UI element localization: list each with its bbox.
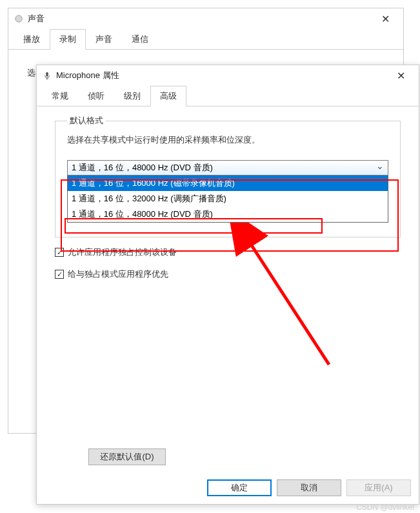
watermark: CSDN @dvlinker bbox=[356, 503, 415, 512]
cancel-button[interactable]: 取消 bbox=[277, 479, 341, 496]
tab-playback[interactable]: 播放 bbox=[14, 29, 50, 50]
advanced-content: 默认格式 选择在共享模式中运行时使用的采样频率和位深度。 1 通道，16 位，4… bbox=[37, 106, 419, 305]
ok-button[interactable]: 确定 bbox=[207, 479, 272, 496]
tab-advanced[interactable]: 高级 bbox=[150, 86, 186, 106]
mic-titlebar: Microphone 属性 ✕ bbox=[37, 65, 419, 86]
microphone-icon bbox=[42, 70, 52, 81]
speaker-icon bbox=[14, 14, 24, 24]
svg-rect-1 bbox=[46, 72, 48, 77]
svg-point-0 bbox=[15, 15, 23, 23]
dialog-buttons: 确定 取消 应用(A) bbox=[207, 479, 411, 496]
tab-sounds[interactable]: 声音 bbox=[86, 29, 122, 50]
exclusive-section: 独 ✓ 允许应用程序独占控制该设备 ✓ 给与独占模式应用程序优先 bbox=[55, 246, 401, 280]
format-dropdown: 1 通道，16 位，16000 Hz (磁带录像机音质) 1 通道，16 位，3… bbox=[67, 176, 388, 223]
sound-tabs: 播放 录制 声音 通信 bbox=[8, 29, 403, 50]
default-format-legend: 默认格式 bbox=[67, 115, 106, 126]
sound-title: 声音 bbox=[28, 13, 372, 25]
checkbox-icon: ✓ bbox=[55, 270, 64, 279]
tab-general[interactable]: 常规 bbox=[42, 86, 78, 106]
format-option-32000[interactable]: 1 通道，16 位，32000 Hz (调频广播音质) bbox=[68, 191, 388, 206]
tab-listen[interactable]: 侦听 bbox=[78, 86, 114, 106]
format-selected-value: 1 通道，16 位，48000 Hz (DVD 音质) bbox=[72, 163, 213, 172]
microphone-properties-window: Microphone 属性 ✕ 常规 侦听 级别 高级 默认格式 选择在共享模式… bbox=[36, 65, 419, 505]
close-icon[interactable]: ✕ bbox=[388, 66, 414, 85]
default-format-desc: 选择在共享模式中运行时使用的采样频率和位深度。 bbox=[67, 134, 388, 146]
checkbox-label-1: 允许应用程序独占控制该设备 bbox=[68, 246, 177, 258]
checkbox-allow-exclusive[interactable]: ✓ 允许应用程序独占控制该设备 bbox=[55, 246, 401, 258]
mic-tabs: 常规 侦听 级别 高级 bbox=[37, 86, 419, 106]
restore-row: 还原默认值(D) bbox=[88, 448, 166, 465]
mic-title: Microphone 属性 bbox=[56, 70, 388, 81]
format-option-16000[interactable]: 1 通道，16 位，16000 Hz (磁带录像机音质) bbox=[68, 176, 388, 191]
checkbox-exclusive-priority[interactable]: ✓ 给与独占模式应用程序优先 bbox=[55, 268, 401, 280]
format-option-48000[interactable]: 1 通道，16 位，48000 Hz (DVD 音质) bbox=[68, 206, 388, 222]
sound-titlebar: 声音 ✕ bbox=[8, 8, 403, 29]
tab-levels[interactable]: 级别 bbox=[114, 86, 150, 106]
tab-communications[interactable]: 通信 bbox=[122, 29, 158, 50]
tab-recording[interactable]: 录制 bbox=[50, 29, 86, 50]
format-select[interactable]: 1 通道，16 位，48000 Hz (DVD 音质) bbox=[67, 160, 388, 176]
checkbox-label-2: 给与独占模式应用程序优先 bbox=[68, 268, 168, 280]
restore-defaults-button[interactable]: 还原默认值(D) bbox=[88, 448, 166, 465]
apply-button: 应用(A) bbox=[346, 479, 411, 496]
close-icon[interactable]: ✕ bbox=[372, 9, 398, 28]
select-label-fragment: 选 bbox=[27, 67, 35, 79]
checkbox-icon: ✓ bbox=[55, 248, 64, 257]
default-format-fieldset: 默认格式 选择在共享模式中运行时使用的采样频率和位深度。 1 通道，16 位，4… bbox=[55, 121, 401, 237]
